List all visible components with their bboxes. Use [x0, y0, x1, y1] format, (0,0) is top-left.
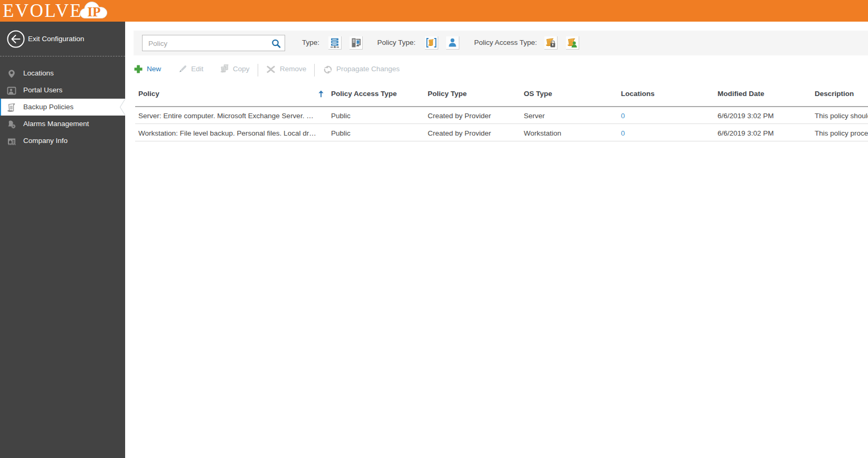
- svg-text:IP: IP: [88, 5, 101, 19]
